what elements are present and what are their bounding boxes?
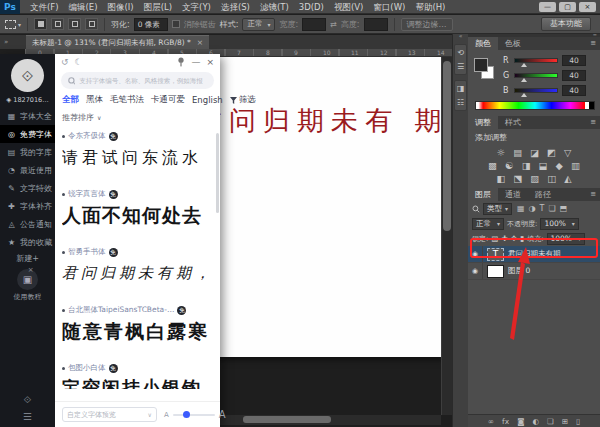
close-button[interactable]: × — [579, 2, 596, 12]
link-layers-icon[interactable]: ∞ — [488, 417, 494, 426]
text-layer-thumbnail[interactable]: T — [487, 248, 504, 261]
sidebar-item-announcements[interactable]: ◬公告通知 — [0, 215, 55, 233]
layer-name[interactable]: 君问归期未有期 — [508, 249, 561, 259]
invert-icon[interactable]: ◧ — [496, 172, 505, 185]
levels-icon[interactable]: ▤ — [513, 146, 522, 159]
sidebar-item-font-collection[interactable]: ▦字体大全 — [0, 107, 55, 125]
layer-name[interactable]: 图层 0 — [508, 266, 530, 276]
hue-saturation-icon[interactable]: ▩ — [488, 159, 497, 172]
lock-pixels-icon[interactable]: ▨ — [491, 234, 498, 243]
blend-mode-select[interactable]: 正常▾ — [472, 218, 504, 230]
green-value-input[interactable]: 40 — [562, 70, 586, 81]
layer-mask-icon[interactable]: ◙ — [517, 417, 524, 426]
sidebar-item-recent[interactable]: ◔最近使用 — [0, 161, 55, 179]
font-list-item[interactable]: 包图小白体免 宝帘闲挂小银钩 — [62, 363, 213, 389]
new-layer-icon[interactable]: ⊞ — [562, 417, 568, 426]
menu-3d[interactable]: 3D(D) — [294, 0, 329, 14]
selection-new-icon[interactable] — [34, 18, 47, 30]
panel-menu-icon[interactable]: ≡ — [590, 188, 600, 201]
red-slider[interactable] — [514, 58, 558, 63]
tab-brush-calligraphy[interactable]: 毛笔书法 — [110, 94, 144, 106]
menu-edit[interactable]: 编辑(E) — [64, 0, 103, 14]
feather-input[interactable]: 0 像素 — [134, 18, 168, 31]
canvas-text[interactable]: 君问归期未有 期 — [195, 103, 449, 139]
opacity-input[interactable]: 100%▾ — [540, 218, 578, 230]
pin-icon[interactable] — [177, 57, 185, 67]
minimize-button[interactable]: — — [539, 2, 556, 12]
tab-heiti[interactable]: 黑体 — [86, 94, 103, 106]
tutorial-widget[interactable]: × ▣ 使用教程 — [14, 269, 42, 302]
actions-panel-icon[interactable]: ☰ — [457, 62, 464, 71]
collapse-tools-icon[interactable]: » — [0, 35, 26, 49]
tutorial-close-icon[interactable]: × — [28, 266, 34, 274]
selection-add-icon[interactable] — [51, 18, 64, 30]
filter-pixel-layers-icon[interactable]: ▦ — [517, 204, 525, 213]
lock-paint-icon[interactable]: ✚ — [501, 234, 507, 243]
tab-layers[interactable]: 图层 — [468, 188, 498, 201]
horizontal-scrollbar-thumb[interactable] — [243, 416, 331, 423]
menu-file[interactable]: 文件(F) — [25, 0, 64, 14]
layer-row-text[interactable]: ◉ T 君问归期未有期 — [468, 246, 600, 263]
filter-smart-objects-icon[interactable]: ⬒ — [560, 204, 568, 213]
curves-icon[interactable]: ◪ — [530, 146, 539, 159]
tab-channels[interactable]: 通道 — [498, 188, 528, 201]
red-value-input[interactable]: 40 — [562, 55, 586, 66]
menu-filter[interactable]: 滤镜(T) — [255, 0, 294, 14]
height-input[interactable] — [364, 18, 388, 31]
workspace-button[interactable]: 基本功能 — [541, 17, 591, 31]
history-panel-icon[interactable]: ⟲ — [457, 48, 464, 57]
fill-input[interactable]: 100%▾ — [547, 233, 585, 245]
sidebar-item-font-completion[interactable]: ✚字体补齐 — [0, 197, 55, 215]
selective-color-icon[interactable]: ◫ — [547, 172, 556, 185]
font-preview[interactable]: 随意青枫白露寒 — [62, 318, 213, 345]
panel-close-icon[interactable]: × — [206, 57, 214, 67]
exposure-icon[interactable]: ◩ — [547, 146, 556, 159]
photo-filter-icon[interactable]: ⬓ — [539, 159, 548, 172]
preview-size-slider[interactable]: A A — [164, 409, 226, 420]
hamburger-menu-icon[interactable]: ☰ — [23, 411, 32, 422]
visibility-eye-icon[interactable]: ◉ — [468, 246, 483, 262]
slider-marker[interactable] — [521, 93, 527, 97]
refine-edge-button[interactable]: 调整边缘… — [401, 18, 453, 31]
font-list-item[interactable]: 令东齐伋体免 请君试问东流水 — [62, 131, 213, 181]
rectangular-marquee-tool-icon[interactable]: ▾ — [5, 20, 21, 29]
panel-menu-icon[interactable]: ≡ — [590, 37, 600, 50]
panel-menu-icon[interactable]: ≡ — [590, 116, 600, 129]
lock-all-icon[interactable]: ▮ — [520, 234, 524, 243]
menu-image[interactable]: 图像(I) — [103, 0, 139, 14]
slider-marker[interactable] — [521, 78, 527, 82]
brightness-contrast-icon[interactable]: ☼ — [497, 146, 506, 159]
filter-type-layers-icon[interactable]: T — [540, 204, 545, 213]
info-panel-icon[interactable]: ☷ — [457, 98, 464, 107]
document-tab-close-icon[interactable]: × — [197, 38, 203, 47]
menu-layer[interactable]: 图层(L) — [139, 0, 177, 14]
document-tab[interactable]: 未标题-1 @ 131% (君问归期未有期, RGB/8) * × — [26, 35, 209, 49]
layer-row-background[interactable]: ◉ 图层 0 — [468, 263, 600, 280]
sidebar-item-my-fonts[interactable]: ▤我的字库 — [0, 143, 55, 161]
adjustment-layer-icon[interactable]: ◐ — [532, 417, 539, 426]
swap-dimensions-icon[interactable]: ⇄ — [330, 20, 337, 29]
tab-paths[interactable]: 路径 — [528, 188, 558, 201]
maximize-button[interactable]: ▢ — [559, 2, 576, 12]
color-balance-icon[interactable]: ☯ — [505, 159, 514, 172]
lock-position-icon[interactable]: ✥ — [511, 234, 517, 243]
layer-group-icon[interactable]: ❏ — [547, 417, 554, 426]
tab-styles[interactable]: 样式 — [498, 116, 528, 129]
slider-knob[interactable] — [183, 411, 190, 418]
menu-view[interactable]: 视图(V) — [329, 0, 368, 14]
custom-preview-dropdown[interactable]: 自定义字体预览 ∨ — [62, 407, 157, 422]
font-preview[interactable]: 君问归期未有期， — [62, 260, 213, 287]
properties-panel-icon[interactable]: ◨ — [457, 84, 465, 93]
color-spectrum-ramp[interactable] — [475, 101, 595, 110]
green-slider[interactable] — [514, 73, 558, 78]
font-search-box[interactable] — [61, 72, 214, 89]
menu-window[interactable]: 窗口(W) — [368, 0, 410, 14]
anti-alias-checkbox[interactable] — [172, 20, 180, 28]
night-mode-icon[interactable]: ☾ — [75, 57, 83, 67]
filter-button[interactable]: 筛选 — [230, 94, 256, 106]
refresh-icon[interactable]: ↺ — [61, 57, 69, 67]
blue-value-input[interactable]: 40 — [562, 85, 586, 96]
vertical-scrollbar-thumb[interactable] — [443, 61, 451, 231]
gradient-map-icon[interactable]: ◭ — [564, 172, 571, 185]
filter-adjustment-layers-icon[interactable]: ◑ — [529, 204, 536, 213]
